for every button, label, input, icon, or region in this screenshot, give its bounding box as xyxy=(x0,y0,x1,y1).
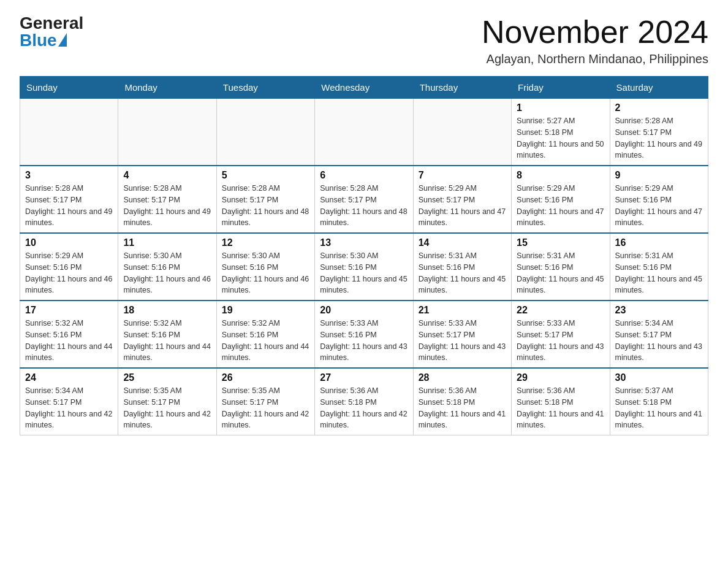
day-number: 6 xyxy=(320,170,408,181)
day-number: 18 xyxy=(123,305,211,316)
day-info: Sunrise: 5:37 AMSunset: 5:18 PMDaylight:… xyxy=(615,385,703,431)
calendar-cell: 20Sunrise: 5:33 AMSunset: 5:16 PMDayligh… xyxy=(315,301,413,368)
calendar-cell: 23Sunrise: 5:34 AMSunset: 5:17 PMDayligh… xyxy=(610,301,708,368)
day-info: Sunrise: 5:29 AMSunset: 5:16 PMDaylight:… xyxy=(25,250,113,296)
day-number: 10 xyxy=(25,237,113,248)
day-info: Sunrise: 5:31 AMSunset: 5:16 PMDaylight:… xyxy=(419,250,506,296)
calendar-cell: 12Sunrise: 5:30 AMSunset: 5:16 PMDayligh… xyxy=(216,233,314,301)
day-info: Sunrise: 5:28 AMSunset: 5:17 PMDaylight:… xyxy=(25,183,113,229)
day-number: 15 xyxy=(517,237,604,248)
day-info: Sunrise: 5:34 AMSunset: 5:17 PMDaylight:… xyxy=(25,385,113,431)
day-number: 16 xyxy=(615,237,703,248)
day-number: 27 xyxy=(320,372,408,383)
day-info: Sunrise: 5:28 AMSunset: 5:17 PMDaylight:… xyxy=(320,183,408,229)
calendar-cell: 6Sunrise: 5:28 AMSunset: 5:17 PMDaylight… xyxy=(315,166,413,233)
calendar-cell: 4Sunrise: 5:28 AMSunset: 5:17 PMDaylight… xyxy=(118,166,216,233)
day-number: 3 xyxy=(25,170,113,181)
calendar-week-row: 24Sunrise: 5:34 AMSunset: 5:17 PMDayligh… xyxy=(20,368,708,435)
day-number: 30 xyxy=(615,372,703,383)
day-info: Sunrise: 5:28 AMSunset: 5:17 PMDaylight:… xyxy=(615,115,703,161)
calendar-cell: 5Sunrise: 5:28 AMSunset: 5:17 PMDaylight… xyxy=(216,166,314,233)
calendar-week-row: 1Sunrise: 5:27 AMSunset: 5:18 PMDaylight… xyxy=(20,98,708,166)
calendar-cell: 16Sunrise: 5:31 AMSunset: 5:16 PMDayligh… xyxy=(610,233,708,301)
weekday-header-monday: Monday xyxy=(118,77,216,98)
calendar-week-row: 3Sunrise: 5:28 AMSunset: 5:17 PMDaylight… xyxy=(20,166,708,233)
day-info: Sunrise: 5:35 AMSunset: 5:17 PMDaylight:… xyxy=(123,385,211,431)
day-info: Sunrise: 5:32 AMSunset: 5:16 PMDaylight:… xyxy=(123,318,211,364)
calendar-cell: 9Sunrise: 5:29 AMSunset: 5:16 PMDaylight… xyxy=(610,166,708,233)
title-block: November 2024 Aglayan, Northern Mindanao… xyxy=(482,15,708,66)
weekday-header-row: SundayMondayTuesdayWednesdayThursdayFrid… xyxy=(20,77,708,98)
calendar-cell: 25Sunrise: 5:35 AMSunset: 5:17 PMDayligh… xyxy=(118,368,216,435)
calendar-cell: 22Sunrise: 5:33 AMSunset: 5:17 PMDayligh… xyxy=(512,301,610,368)
calendar-cell: 27Sunrise: 5:36 AMSunset: 5:18 PMDayligh… xyxy=(315,368,413,435)
weekday-header-saturday: Saturday xyxy=(610,77,708,98)
location-title: Aglayan, Northern Mindanao, Philippines xyxy=(482,52,708,66)
day-number: 24 xyxy=(25,372,113,383)
calendar-cell: 3Sunrise: 5:28 AMSunset: 5:17 PMDaylight… xyxy=(20,166,118,233)
day-number: 19 xyxy=(222,305,309,316)
day-info: Sunrise: 5:28 AMSunset: 5:17 PMDaylight:… xyxy=(123,183,211,229)
calendar-cell: 13Sunrise: 5:30 AMSunset: 5:16 PMDayligh… xyxy=(315,233,413,301)
weekday-header-thursday: Thursday xyxy=(413,77,511,98)
calendar-cell: 2Sunrise: 5:28 AMSunset: 5:17 PMDaylight… xyxy=(610,98,708,166)
calendar-cell: 29Sunrise: 5:36 AMSunset: 5:18 PMDayligh… xyxy=(512,368,610,435)
calendar-cell: 21Sunrise: 5:33 AMSunset: 5:17 PMDayligh… xyxy=(413,301,511,368)
day-info: Sunrise: 5:36 AMSunset: 5:18 PMDaylight:… xyxy=(320,385,408,431)
calendar-cell: 8Sunrise: 5:29 AMSunset: 5:16 PMDaylight… xyxy=(512,166,610,233)
day-number: 11 xyxy=(123,237,211,248)
calendar-cell xyxy=(118,98,216,166)
day-info: Sunrise: 5:29 AMSunset: 5:16 PMDaylight:… xyxy=(615,183,703,229)
day-info: Sunrise: 5:29 AMSunset: 5:16 PMDaylight:… xyxy=(517,183,604,229)
day-number: 4 xyxy=(123,170,211,181)
logo-general-text: General xyxy=(20,15,83,32)
calendar-week-row: 10Sunrise: 5:29 AMSunset: 5:16 PMDayligh… xyxy=(20,233,708,301)
day-info: Sunrise: 5:34 AMSunset: 5:17 PMDaylight:… xyxy=(615,318,703,364)
calendar-cell: 7Sunrise: 5:29 AMSunset: 5:17 PMDaylight… xyxy=(413,166,511,233)
day-number: 1 xyxy=(517,102,604,113)
calendar-cell: 10Sunrise: 5:29 AMSunset: 5:16 PMDayligh… xyxy=(20,233,118,301)
day-info: Sunrise: 5:30 AMSunset: 5:16 PMDaylight:… xyxy=(320,250,408,296)
day-number: 22 xyxy=(517,305,604,316)
day-number: 23 xyxy=(615,305,703,316)
day-number: 17 xyxy=(25,305,113,316)
day-number: 20 xyxy=(320,305,408,316)
calendar-cell: 19Sunrise: 5:32 AMSunset: 5:16 PMDayligh… xyxy=(216,301,314,368)
day-number: 25 xyxy=(123,372,211,383)
day-info: Sunrise: 5:32 AMSunset: 5:16 PMDaylight:… xyxy=(222,318,309,364)
day-info: Sunrise: 5:29 AMSunset: 5:17 PMDaylight:… xyxy=(419,183,506,229)
day-number: 2 xyxy=(615,102,703,113)
calendar-cell: 24Sunrise: 5:34 AMSunset: 5:17 PMDayligh… xyxy=(20,368,118,435)
day-number: 12 xyxy=(222,237,309,248)
day-number: 5 xyxy=(222,170,309,181)
calendar-cell: 18Sunrise: 5:32 AMSunset: 5:16 PMDayligh… xyxy=(118,301,216,368)
calendar-cell xyxy=(315,98,413,166)
day-info: Sunrise: 5:36 AMSunset: 5:18 PMDaylight:… xyxy=(419,385,506,431)
day-info: Sunrise: 5:33 AMSunset: 5:17 PMDaylight:… xyxy=(419,318,506,364)
day-number: 13 xyxy=(320,237,408,248)
logo-blue-text: Blue xyxy=(20,32,57,49)
calendar-cell xyxy=(413,98,511,166)
calendar-cell: 30Sunrise: 5:37 AMSunset: 5:18 PMDayligh… xyxy=(610,368,708,435)
day-info: Sunrise: 5:32 AMSunset: 5:16 PMDaylight:… xyxy=(25,318,113,364)
day-info: Sunrise: 5:30 AMSunset: 5:16 PMDaylight:… xyxy=(222,250,309,296)
calendar-week-row: 17Sunrise: 5:32 AMSunset: 5:16 PMDayligh… xyxy=(20,301,708,368)
weekday-header-friday: Friday xyxy=(512,77,610,98)
logo-triangle-icon xyxy=(58,33,67,47)
day-number: 8 xyxy=(517,170,604,181)
logo: General Blue xyxy=(20,15,83,49)
calendar-cell xyxy=(20,98,118,166)
calendar-cell: 1Sunrise: 5:27 AMSunset: 5:18 PMDaylight… xyxy=(512,98,610,166)
weekday-header-wednesday: Wednesday xyxy=(315,77,413,98)
day-info: Sunrise: 5:31 AMSunset: 5:16 PMDaylight:… xyxy=(615,250,703,296)
day-number: 26 xyxy=(222,372,309,383)
day-number: 21 xyxy=(419,305,506,316)
page-header: General Blue November 2024 Aglayan, Nort… xyxy=(20,15,708,66)
day-number: 28 xyxy=(419,372,506,383)
day-info: Sunrise: 5:30 AMSunset: 5:16 PMDaylight:… xyxy=(123,250,211,296)
day-info: Sunrise: 5:31 AMSunset: 5:16 PMDaylight:… xyxy=(517,250,604,296)
calendar-table: SundayMondayTuesdayWednesdayThursdayFrid… xyxy=(20,76,708,435)
calendar-cell: 26Sunrise: 5:35 AMSunset: 5:17 PMDayligh… xyxy=(216,368,314,435)
month-title: November 2024 xyxy=(482,15,708,50)
calendar-cell: 15Sunrise: 5:31 AMSunset: 5:16 PMDayligh… xyxy=(512,233,610,301)
